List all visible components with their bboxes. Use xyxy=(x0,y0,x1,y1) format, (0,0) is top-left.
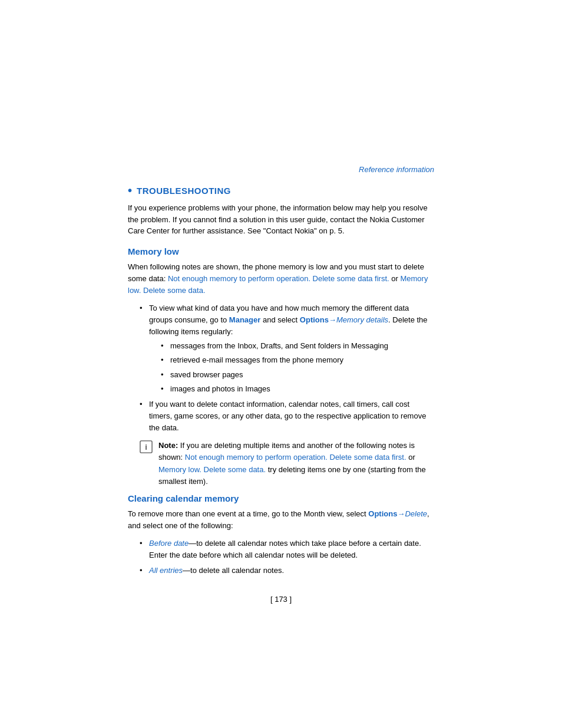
clearing-desc-start: To remove more than one event at a time,… xyxy=(128,509,368,518)
note-link1[interactable]: Not enough memory to perform operation. … xyxy=(185,453,406,462)
memory-low-bullet1: To view what kind of data you have and h… xyxy=(140,302,434,395)
memory-low-section: Memory low When following notes are show… xyxy=(128,246,434,487)
sub-bullet-2: retrieved e-mail messages from the phone… xyxy=(161,354,434,366)
clearing-calendar-section: Clearing calendar memory To remove more … xyxy=(128,493,434,577)
clearing-delete-link[interactable]: Delete xyxy=(405,509,427,518)
all-entries-text: —to delete all calendar notes. xyxy=(183,566,284,575)
bullet1-text-mid: and select xyxy=(260,315,300,324)
note-link2[interactable]: Memory low. Delete some data. xyxy=(158,465,266,474)
note-text: Note: If you are deleting multiple items… xyxy=(158,440,434,487)
clearing-calendar-description: To remove more than one event at a time,… xyxy=(128,508,434,532)
clearing-calendar-title: Clearing calendar memory xyxy=(128,493,434,503)
svg-text:i: i xyxy=(145,443,147,452)
troubleshooting-intro: If you experience problems with your pho… xyxy=(128,202,434,237)
memory-link1-sep: or xyxy=(389,274,401,283)
note-icon: i xyxy=(140,440,153,453)
memory-low-title: Memory low xyxy=(128,246,434,256)
sub-bullet-list: messages from the Inbox, Drafts, and Sen… xyxy=(161,340,434,395)
reference-info: Reference information xyxy=(128,165,434,174)
all-entries-link[interactable]: All entries xyxy=(149,566,183,575)
note-box: i Note: If you are deleting multiple ite… xyxy=(140,440,434,487)
memory-low-bullet2: If you want to delete contact informatio… xyxy=(140,398,434,434)
sub-bullet-2-text: retrieved e-mail messages from the phone… xyxy=(170,355,343,364)
content-area: Reference information • TROUBLESHOOTING … xyxy=(57,0,505,639)
clearing-bullet2: All entries—to delete all calendar notes… xyxy=(140,565,434,577)
note-text-mid: or xyxy=(406,453,415,462)
sub-bullet-4-text: images and photos in Images xyxy=(170,384,270,393)
memory-details-link[interactable]: Memory details xyxy=(336,315,388,324)
clearing-calendar-bullets: Before date—to delete all calendar notes… xyxy=(140,538,434,577)
memory-low-bullets: To view what kind of data you have and h… xyxy=(140,302,434,434)
troubleshooting-heading: • TROUBLESHOOTING xyxy=(128,185,434,196)
clearing-options-link[interactable]: Options→ xyxy=(368,509,405,518)
sub-bullet-3-text: saved browser pages xyxy=(170,370,243,379)
before-date-text: —to delete all calendar notes which take… xyxy=(149,539,421,559)
memory-link1[interactable]: Not enough memory to perform operation. … xyxy=(168,274,389,283)
note-bold: Note: xyxy=(158,441,178,450)
page: Reference information • TROUBLESHOOTING … xyxy=(0,0,562,728)
page-number: [ 173 ] xyxy=(128,595,434,604)
section-bullet: • xyxy=(128,185,132,196)
clearing-bullet1: Before date—to delete all calendar notes… xyxy=(140,538,434,561)
sub-bullet-3: saved browser pages xyxy=(161,369,434,381)
troubleshooting-title: TROUBLESHOOTING xyxy=(137,186,231,196)
options-link[interactable]: Options→ xyxy=(300,315,336,324)
manager-link[interactable]: Manager xyxy=(229,315,260,324)
memory-low-description: When following notes are shown, the phon… xyxy=(128,261,434,297)
before-date-link[interactable]: Before date xyxy=(149,539,189,548)
sub-bullet-1-text: messages from the Inbox, Drafts, and Sen… xyxy=(170,341,388,350)
sub-bullet-4: images and photos in Images xyxy=(161,383,434,395)
reference-label: Reference information xyxy=(359,165,434,174)
sub-bullet-1: messages from the Inbox, Drafts, and Sen… xyxy=(161,340,434,352)
